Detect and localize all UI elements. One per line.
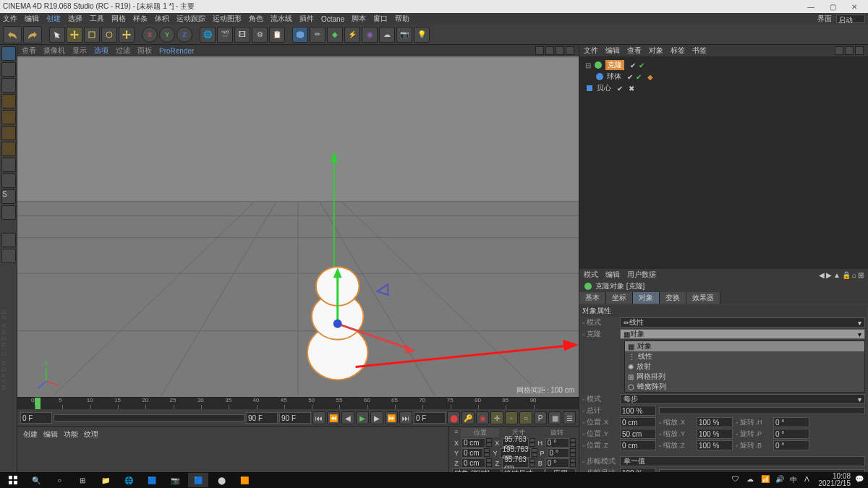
light-tool[interactable]: 💡 bbox=[414, 27, 430, 43]
menu-create[interactable]: 创建 bbox=[46, 14, 61, 24]
tree-sphere[interactable]: 球体 ✔✔ ◆ bbox=[582, 71, 865, 82]
pz[interactable]: 0 cm bbox=[620, 440, 656, 450]
next-frame[interactable]: ▶ bbox=[370, 411, 383, 424]
scale-key[interactable]: ▫ bbox=[505, 411, 518, 424]
am-home-icon[interactable]: ⌂ bbox=[852, 271, 856, 279]
vp-display[interactable]: 显示 bbox=[72, 46, 87, 56]
app3-icon[interactable]: 📷 bbox=[165, 473, 185, 487]
environment[interactable]: ☁ bbox=[379, 27, 395, 43]
dd-radial[interactable]: ✺放射 bbox=[625, 361, 864, 372]
rp[interactable]: 0 ° bbox=[773, 429, 809, 439]
am-mode[interactable]: 模式 bbox=[584, 270, 598, 280]
coord-y-pos[interactable]: 0 cm bbox=[461, 448, 483, 458]
vp-options[interactable]: 选项 bbox=[94, 46, 109, 56]
om-layout-icon[interactable] bbox=[855, 46, 864, 55]
move-tool[interactable] bbox=[67, 27, 82, 43]
rot-key[interactable]: ○ bbox=[519, 411, 532, 424]
uv-point-mode[interactable] bbox=[1, 174, 16, 188]
vp-view[interactable]: 查看 bbox=[22, 46, 36, 56]
coord-b-rot[interactable]: 0 ° bbox=[545, 458, 569, 468]
btab-edit[interactable]: 编辑 bbox=[43, 429, 58, 440]
planar-workplane[interactable] bbox=[1, 249, 16, 263]
menu-pipeline[interactable]: 流水线 bbox=[271, 14, 292, 24]
tray-cloud-icon[interactable]: ☁ bbox=[746, 475, 757, 485]
snap-toggle[interactable]: S bbox=[1, 189, 16, 204]
keyframe-sel[interactable]: ◉ bbox=[476, 411, 489, 424]
am-userdata[interactable]: 用户数据 bbox=[627, 270, 656, 280]
om-file[interactable]: 文件 bbox=[584, 46, 598, 56]
select-tool[interactable] bbox=[49, 27, 65, 43]
deformer[interactable]: ◉ bbox=[362, 27, 378, 43]
menu-file[interactable]: 文件 bbox=[3, 14, 17, 24]
object-tree[interactable]: ⊟ 克隆 ✔✔ 球体 ✔✔ ◆ 贝心 ✔ ✖ bbox=[579, 56, 868, 269]
om-bmk[interactable]: 书签 bbox=[692, 46, 707, 56]
render-queue[interactable]: 📋 bbox=[269, 27, 285, 43]
record[interactable]: ⬤ bbox=[447, 411, 460, 424]
btab-create[interactable]: 创建 bbox=[23, 429, 38, 440]
current-frame[interactable]: 0 F bbox=[414, 412, 446, 424]
dd-grid[interactable]: ⊞网格排列 bbox=[625, 372, 864, 382]
explorer-icon[interactable]: 📁 bbox=[95, 473, 116, 487]
app5-icon[interactable]: 🟧 bbox=[234, 473, 255, 487]
tl-more[interactable]: ☰ bbox=[563, 411, 576, 424]
pos-key[interactable]: ✛ bbox=[490, 411, 503, 424]
btab-func[interactable]: 功能 bbox=[64, 429, 78, 440]
tab-object[interactable]: 对象 bbox=[633, 292, 660, 304]
sz[interactable]: 100 % bbox=[697, 440, 733, 450]
am-edit[interactable]: 编辑 bbox=[605, 270, 620, 280]
prev-key[interactable]: ⏪ bbox=[327, 411, 340, 424]
am-lock-icon[interactable]: 🔒 bbox=[842, 271, 851, 279]
pla-key[interactable]: ▦ bbox=[548, 411, 561, 424]
coord-h-rot[interactable]: 0 ° bbox=[545, 438, 569, 448]
coord-p-rot[interactable]: 0 ° bbox=[548, 448, 569, 458]
poly-mode[interactable] bbox=[1, 126, 16, 140]
workplane-mode[interactable] bbox=[1, 78, 16, 93]
menu-help[interactable]: 帮助 bbox=[395, 14, 409, 24]
coord-system[interactable]: 🌐 bbox=[200, 27, 216, 43]
spline-tool[interactable]: ✏ bbox=[310, 27, 326, 43]
om-search-icon[interactable] bbox=[835, 46, 843, 55]
taskbar-clock[interactable]: 10:08 2021/2/15 bbox=[819, 473, 851, 487]
generator[interactable]: ⚡ bbox=[344, 27, 360, 43]
menu-volume[interactable]: 体积 bbox=[155, 14, 169, 24]
tree-cloner[interactable]: ⊟ 克隆 ✔✔ bbox=[582, 59, 865, 71]
scale-tool[interactable] bbox=[84, 27, 100, 43]
camera-tool[interactable]: 📷 bbox=[396, 27, 412, 43]
coord-z-pos[interactable]: 0 cm bbox=[461, 458, 485, 468]
rh[interactable]: 0 ° bbox=[773, 417, 809, 427]
app4-icon[interactable]: 🟦 bbox=[188, 473, 208, 487]
om-obj[interactable]: 对象 bbox=[649, 46, 663, 56]
menu-plugins[interactable]: 插件 bbox=[299, 14, 314, 24]
vp-layout-icon[interactable] bbox=[566, 46, 574, 55]
workplane-toggle[interactable] bbox=[1, 205, 16, 220]
attr-clone-field[interactable]: ▦ 对象▾ bbox=[620, 329, 865, 339]
timeline-ruler[interactable]: 0 5 10 15 20 25 30 35 40 45 50 55 60 65 … bbox=[17, 398, 579, 409]
vp-orbit-icon[interactable] bbox=[556, 46, 564, 55]
am-new-icon[interactable]: ⊞ bbox=[858, 271, 864, 279]
attr-step-mode[interactable]: 每步▾ bbox=[620, 394, 865, 404]
menu-octane[interactable]: Octane bbox=[321, 15, 344, 23]
menu-edit[interactable]: 编辑 bbox=[25, 14, 39, 24]
tray-shield-icon[interactable]: 🛡 bbox=[732, 475, 742, 485]
menu-script[interactable]: 脚本 bbox=[352, 14, 366, 24]
sx[interactable]: 100 % bbox=[697, 417, 733, 427]
c4d-task[interactable]: ⬤ bbox=[211, 473, 231, 487]
viewport[interactable]: 透视视图 bbox=[17, 56, 579, 397]
tray-ime-icon[interactable]: 中 bbox=[790, 475, 800, 485]
search-button[interactable]: 🔍 bbox=[26, 473, 46, 487]
prev-frame[interactable]: ◀ bbox=[341, 411, 354, 424]
menu-motrack[interactable]: 运动跟踪 bbox=[176, 14, 205, 24]
menu-character[interactable]: 角色 bbox=[249, 14, 263, 24]
y-axis-toggle[interactable]: Y bbox=[159, 27, 175, 43]
axis-mode[interactable] bbox=[1, 142, 16, 156]
vp-filter[interactable]: 过滤 bbox=[116, 46, 130, 56]
start-button[interactable] bbox=[3, 473, 23, 487]
cortana-icon[interactable]: ○ bbox=[49, 473, 69, 487]
menu-tools[interactable]: 工具 bbox=[90, 14, 104, 24]
menu-spline[interactable]: 样条 bbox=[133, 14, 148, 24]
range-slider[interactable] bbox=[54, 414, 244, 421]
vp-zoom-icon[interactable] bbox=[545, 46, 554, 55]
rb[interactable]: 0 ° bbox=[773, 440, 809, 450]
render-settings[interactable]: ⚙ bbox=[252, 27, 268, 43]
uv-poly-mode[interactable] bbox=[1, 158, 16, 172]
